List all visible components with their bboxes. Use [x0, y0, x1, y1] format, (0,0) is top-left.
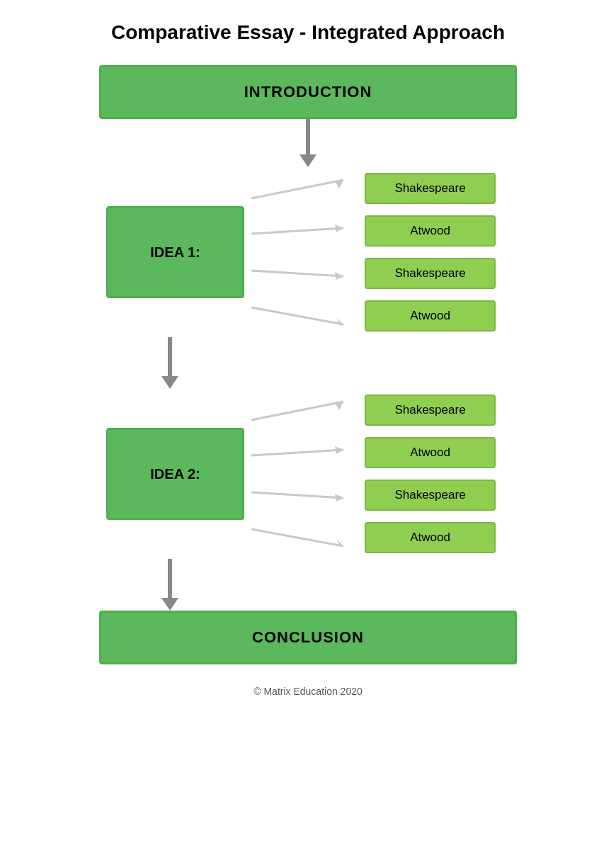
footer: © Matrix Education 2020 — [253, 686, 363, 697]
svg-marker-9 — [335, 402, 343, 410]
svg-line-6 — [251, 307, 343, 324]
arrow-down-icon — [161, 598, 178, 611]
arrow-icon — [251, 261, 361, 286]
list-item: Atwood — [251, 437, 496, 468]
svg-marker-13 — [335, 494, 343, 502]
list-item: Atwood — [251, 300, 496, 332]
idea1-row: IDEA 1: Shakespeare — [14, 167, 602, 337]
list-item: Shakespeare — [251, 480, 496, 511]
list-item: Atwood — [251, 215, 496, 246]
atwood-box-1: Atwood — [365, 215, 496, 246]
connector-idea2-conclusion — [161, 559, 178, 611]
conclusion-box: CONCLUSION — [99, 611, 517, 664]
arrow-icon — [251, 303, 361, 329]
svg-line-8 — [251, 402, 343, 420]
svg-line-4 — [251, 271, 343, 276]
svg-line-2 — [251, 228, 343, 234]
svg-marker-5 — [335, 272, 343, 280]
idea1-label: IDEA 1: — [150, 244, 200, 261]
arrow-container — [251, 482, 365, 508]
list-item: Atwood — [251, 522, 496, 553]
introduction-box: INTRODUCTION — [99, 65, 517, 119]
idea1-box: IDEA 1: — [106, 206, 244, 298]
arrow-container — [251, 176, 365, 201]
arrow-container — [251, 525, 365, 550]
arrow-icon — [251, 525, 361, 550]
list-item: Shakespeare — [251, 258, 496, 289]
arrow-icon — [251, 176, 361, 201]
shakespeare-box-3: Shakespeare — [365, 395, 496, 426]
arrow-icon — [251, 218, 361, 244]
svg-line-14 — [251, 529, 343, 546]
v-line-seg — [168, 337, 172, 376]
connector-idea1-idea2 — [161, 337, 178, 389]
arrow-container — [251, 218, 365, 244]
shakespeare-box-1: Shakespeare — [365, 173, 496, 204]
svg-marker-1 — [335, 180, 343, 188]
arrow-container — [251, 303, 365, 329]
arrow-container — [251, 261, 365, 286]
svg-line-12 — [251, 492, 343, 498]
atwood-box-4: Atwood — [365, 522, 496, 553]
idea2-label: IDEA 2: — [150, 466, 200, 482]
atwood-box-2: Atwood — [365, 300, 496, 332]
diagram: Comparative Essay - Integrated Approach … — [14, 21, 602, 697]
arrow-icon — [251, 440, 361, 465]
arrow-container — [251, 440, 365, 465]
idea1-sub-items: Shakespeare Atwood — [251, 167, 496, 337]
svg-line-0 — [251, 180, 343, 198]
connector-intro-idea1 — [300, 119, 316, 167]
shakespeare-box-2: Shakespeare — [365, 258, 496, 289]
svg-line-10 — [251, 450, 343, 455]
atwood-box-3: Atwood — [365, 437, 496, 468]
shakespeare-box-4: Shakespeare — [365, 480, 496, 511]
svg-marker-3 — [335, 225, 343, 232]
list-item: Shakespeare — [251, 395, 496, 426]
page-title: Comparative Essay - Integrated Approach — [111, 21, 505, 44]
idea2-sub-items: Shakespeare Atwood — [251, 389, 496, 559]
arrow-icon — [251, 397, 361, 423]
list-item: Shakespeare — [251, 173, 496, 204]
v-line-seg — [168, 559, 172, 598]
svg-marker-11 — [335, 446, 343, 454]
arrow-down-icon — [161, 376, 178, 389]
arrow-icon — [251, 482, 361, 508]
idea2-row: IDEA 2: Shakespeare — [14, 389, 602, 559]
v-line-seg — [306, 119, 310, 154]
arrow-down-icon — [300, 154, 316, 167]
arrow-container — [251, 397, 365, 423]
idea2-box: IDEA 2: — [106, 428, 244, 520]
